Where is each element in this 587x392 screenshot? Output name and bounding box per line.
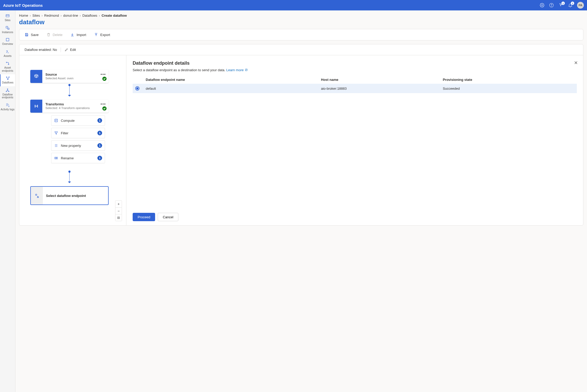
op-filter-count: 1 (97, 131, 102, 135)
svg-rect-6 (6, 38, 9, 41)
crumb-sites[interactable]: Sites (32, 14, 40, 17)
crumb-current: Create dataflow (102, 14, 127, 17)
nav-sites-label: Sites (5, 19, 10, 22)
svg-rect-20 (55, 157, 56, 159)
row-host: aio-broker:18883 (318, 84, 440, 93)
nav-instances-label: Instances (2, 31, 13, 34)
row-name: default (143, 84, 318, 93)
connector (69, 172, 70, 184)
nav-instances[interactable]: Instances (0, 24, 15, 36)
op-new-property-count: 1 (97, 143, 102, 148)
events-badge: 1 (561, 2, 565, 5)
svg-rect-4 (6, 26, 8, 28)
gear-icon[interactable] (539, 3, 545, 8)
op-new-property[interactable]: New property 1 (51, 140, 105, 151)
details-title: Dataflow endpoint details (133, 61, 577, 66)
proceed-button[interactable]: Proceed (133, 213, 155, 221)
close-icon[interactable]: ✕ (574, 60, 578, 66)
svg-rect-21 (56, 157, 58, 159)
edit-label: Edit (70, 48, 76, 52)
dataflow-enabled-label: Dataflow enabled: No (25, 48, 57, 52)
status-strip: Dataflow enabled: No Edit (19, 44, 583, 55)
op-rename[interactable]: Rename 1 (51, 153, 105, 163)
destination-label: Select dataflow endpoint (43, 194, 86, 198)
svg-rect-5 (8, 28, 9, 29)
canvas-container: Dataflow enabled: No Edit (19, 44, 583, 226)
svg-point-22 (36, 194, 37, 195)
breadcrumb: Home› Sites› Redmond› donut-line› Datafl… (19, 14, 583, 17)
details-buttons: Proceed Cancel (133, 209, 577, 221)
crumb-dataflows[interactable]: Dataflows (82, 14, 97, 17)
brand: Azure IoT Operations (3, 3, 43, 8)
radio-selected[interactable] (135, 86, 139, 91)
svg-point-0 (542, 5, 543, 6)
svg-point-7 (6, 62, 7, 63)
svg-point-12 (7, 89, 8, 89)
nav-assets[interactable]: Assets (0, 48, 15, 60)
import-label: Import (77, 33, 86, 37)
svg-rect-23 (37, 197, 39, 197)
transforms-sub: Selected: 4 Transform operations (45, 106, 105, 110)
source-sub: Selected Asset: oven (45, 77, 105, 80)
endpoint-icon (31, 187, 43, 204)
check-icon (102, 77, 107, 81)
topbar: Azure IoT Operations 1 1 PA (0, 0, 587, 10)
svg-point-8 (8, 64, 9, 65)
avatar[interactable]: PA (577, 2, 584, 9)
source-more-icon[interactable]: ••• (101, 73, 106, 76)
save-button[interactable]: Save (25, 33, 39, 37)
nav-activity-logs[interactable]: Activity logs (0, 101, 15, 113)
zoom-in-button[interactable]: + (115, 201, 122, 207)
op-rename-count: 1 (97, 156, 102, 160)
op-rename-label: Rename (61, 156, 97, 160)
op-new-property-label: New property (61, 144, 97, 148)
source-title: Source (45, 73, 105, 76)
source-node[interactable]: Source Selected Asset: oven ••• (30, 70, 109, 83)
edit-button[interactable]: Edit (64, 48, 76, 52)
leftnav: Sites Instances Overview Assets Asset en… (0, 10, 15, 392)
notifications-icon[interactable]: 1 (568, 3, 573, 8)
transforms-more-icon[interactable]: ••• (101, 102, 106, 106)
svg-point-10 (9, 77, 9, 77)
export-button[interactable]: Export (94, 33, 110, 37)
help-icon[interactable] (549, 3, 554, 8)
learn-more-link[interactable]: Learn more (226, 68, 248, 72)
cancel-button[interactable]: Cancel (158, 213, 178, 221)
col-host: Host name (318, 76, 440, 84)
connector (69, 85, 70, 98)
nav-sites[interactable]: Sites (0, 12, 15, 24)
op-compute[interactable]: Compute 1 (51, 115, 105, 126)
op-filter[interactable]: Filter 1 (51, 128, 105, 138)
export-label: Export (100, 33, 110, 37)
zoom-fit-button[interactable] (115, 214, 122, 221)
col-state: Provisioning state (440, 76, 577, 84)
events-icon[interactable]: 1 (558, 3, 563, 8)
crumb-home[interactable]: Home (19, 14, 28, 17)
topbar-actions: 1 1 PA (539, 2, 584, 9)
endpoint-table: Dataflow endpoint name Host name Provisi… (133, 76, 577, 93)
nav-dataflow-endpoints[interactable]: Dataflow endpoints (0, 86, 15, 101)
destination-node[interactable]: Select dataflow endpoint (30, 186, 109, 205)
zoom-out-button[interactable]: − (115, 207, 122, 214)
transforms-node[interactable]: Transforms Selected: 4 Transform operati… (30, 100, 109, 113)
zoom-controls: + − (115, 200, 122, 221)
svg-rect-16 (35, 105, 36, 107)
crumb-redmond[interactable]: Redmond (44, 14, 59, 17)
split: Source Selected Asset: oven ••• (19, 55, 583, 225)
nav-asset-endpoints[interactable]: Asset endpoints (0, 59, 15, 74)
op-compute-count: 1 (97, 118, 102, 123)
crumb-donut-line[interactable]: donut-line (63, 14, 78, 17)
cube-icon (30, 70, 42, 83)
nav-overview[interactable]: Overview (0, 36, 15, 48)
nav-dataflows[interactable]: Dataflows (0, 74, 15, 86)
alerts-badge: 1 (571, 2, 574, 5)
nav-dataflows-label: Dataflows (2, 81, 14, 84)
svg-point-2 (551, 6, 552, 6)
op-filter-label: Filter (61, 131, 97, 135)
main: Home› Sites› Redmond› donut-line› Datafl… (15, 10, 587, 392)
nav-asset-endpoints-label: Asset endpoints (1, 66, 15, 72)
endpoint-row[interactable]: default aio-broker:18883 Succeeded (133, 84, 577, 93)
op-compute-label: Compute (61, 119, 97, 123)
import-button[interactable]: Import (70, 33, 86, 37)
transform-ops: Compute 1 Filter 1 New property (30, 113, 109, 170)
